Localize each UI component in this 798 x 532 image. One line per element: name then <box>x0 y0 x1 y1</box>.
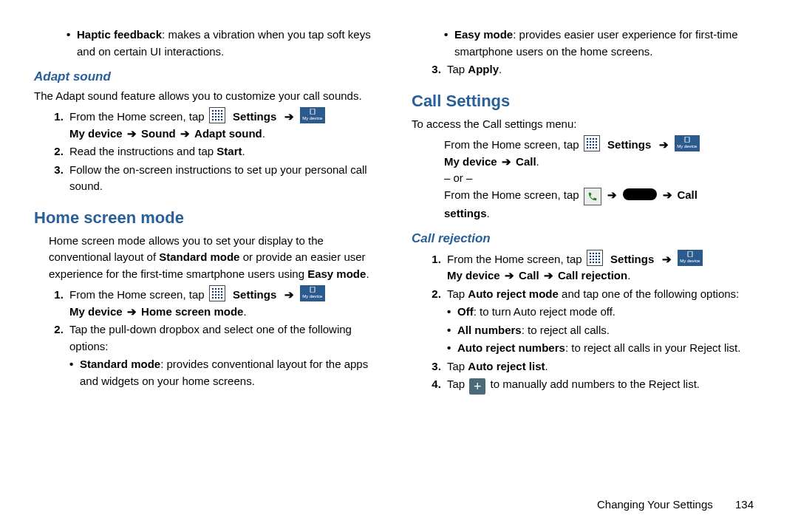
adapt-step-2: Read the instructions and tap Start. <box>66 143 386 160</box>
home-options: Standard mode: provides conventional lay… <box>69 356 386 389</box>
arrow-icon: ➔ <box>661 188 674 201</box>
tap-text: Tap <box>447 63 468 75</box>
home-step1-a: From the Home screen, tap <box>69 288 208 301</box>
rej-off: Off: to turn Auto reject mode off. <box>447 304 764 321</box>
svg-rect-0 <box>310 109 315 115</box>
rej-step-4: Tap + to manually add numbers to the Rej… <box>444 376 764 395</box>
arrow-icon: ➔ <box>283 110 296 123</box>
haptic-item: Haptic feedback: makes a vibration when … <box>66 27 386 60</box>
home-intro: Home screen mode allows you to set your … <box>34 233 386 283</box>
auto-reject-numbers-text: : to reject all calls in your Reject lis… <box>565 341 741 354</box>
rej-step-1: From the Home screen, tap Settings ➔ My … <box>444 250 764 284</box>
rej-step4-a: Tap <box>447 378 468 390</box>
arrow-icon: ➔ <box>179 127 191 140</box>
home-screen-mode-heading: Home screen mode <box>34 205 386 230</box>
arrow-icon: ➔ <box>542 269 555 282</box>
adapt-sound-intro: The Adapt sound feature allows you to cu… <box>34 88 386 105</box>
call-rejection-heading: Call rejection <box>412 229 764 248</box>
adapt-step2-a: Read the instructions and tap <box>69 145 216 157</box>
settings-label: Settings <box>233 110 276 123</box>
sound-label: Sound <box>141 127 176 140</box>
home-screen-mode-path: Home screen mode <box>141 305 243 318</box>
settings-label: Settings <box>610 253 654 265</box>
plus-icon: + <box>469 378 485 395</box>
rej-step-3: Tap Auto reject list. <box>444 358 764 375</box>
apps-icon <box>587 250 603 266</box>
apps-icon <box>209 285 225 301</box>
rejection-steps: From the Home screen, tap Settings ➔ My … <box>412 250 764 395</box>
adapt-sound-path: Adapt sound <box>194 127 262 140</box>
arrow-icon: ➔ <box>658 138 670 151</box>
easy-mode-item: Easy mode: provides easier user experien… <box>444 27 764 60</box>
mydevice-label: My device <box>444 155 497 168</box>
call-label: Call <box>519 269 539 282</box>
manual-page: Haptic feedback: makes a vibration when … <box>0 0 798 505</box>
easy-mode-label: Easy mode <box>307 267 366 280</box>
page-footer: Changing Your Settings 134 <box>597 497 754 514</box>
auto-reject-mode-label: Auto reject mode <box>468 287 559 300</box>
mydevice-icon: My device <box>675 135 700 151</box>
home-step-3: Tap Apply. <box>444 61 764 78</box>
call-intro: To access the Call settings menu: <box>412 116 764 133</box>
mydevice-label: My device <box>69 127 123 140</box>
auto-reject-numbers-label: Auto reject numbers <box>457 341 565 354</box>
call-access-line2: From the Home screen, tap ➔ ➔ Callsettin… <box>444 187 764 222</box>
or-divider: – or – <box>444 170 764 187</box>
easy-mode-list: Easy mode: provides easier user experien… <box>412 27 764 60</box>
menu-key-icon <box>623 188 657 200</box>
haptic-label: Haptic feedback <box>77 28 162 41</box>
phone-icon <box>584 188 601 205</box>
home-step-1: From the Home screen, tap Settings ➔ My … <box>66 285 386 320</box>
standard-mode-label: Standard mode <box>159 250 239 263</box>
auto-reject-list-label: Auto reject list <box>468 360 545 372</box>
arrow-icon: ➔ <box>661 253 673 265</box>
adapt-step1-text: From the Home screen, tap <box>69 110 208 123</box>
arrow-icon: ➔ <box>126 305 138 318</box>
rej-step2-c: and tap one of the following options: <box>559 287 739 300</box>
left-column: Haptic feedback: makes a vibration when … <box>34 25 386 498</box>
call-label: Call <box>516 155 536 168</box>
call-rejection-path: Call rejection <box>558 269 627 282</box>
settings-label: Settings <box>607 138 651 151</box>
mydevice-icon: My device <box>678 250 703 266</box>
mydevice-label: My device <box>447 269 500 282</box>
all-numbers-label: All numbers <box>457 324 522 336</box>
adapt-steps: From the Home screen, tap Settings ➔ My … <box>34 107 386 195</box>
call-access-line1: From the Home screen, tap Settings ➔ My … <box>444 135 764 170</box>
call-settings-heading: Call Settings <box>412 89 764 113</box>
settings-label: Settings <box>233 288 276 301</box>
rej-arn: Auto reject numbers: to reject all calls… <box>447 340 764 357</box>
apps-icon <box>209 107 225 123</box>
home-steps-cont: Tap Apply. <box>412 61 764 78</box>
start-label: Start <box>216 145 242 157</box>
rej-step3-a: Tap <box>447 360 468 372</box>
off-label: Off <box>457 305 474 318</box>
right-column: Easy mode: provides easier user experien… <box>412 25 764 498</box>
call-line2-a: From the Home screen, tap <box>444 188 582 201</box>
call-access-block: From the Home screen, tap Settings ➔ My … <box>412 135 764 222</box>
standard-mode-item: Standard mode: provides conventional lay… <box>69 356 386 389</box>
adapt-step-3: Follow the on-screen instructions to set… <box>66 162 386 195</box>
mydevice-icon: My device <box>300 285 325 301</box>
svg-rect-1 <box>310 287 315 293</box>
footer-page: 134 <box>735 498 754 511</box>
haptic-list: Haptic feedback: makes a vibration when … <box>34 27 386 60</box>
svg-rect-2 <box>685 137 689 143</box>
arrow-icon: ➔ <box>503 269 516 282</box>
rej-step2-a: Tap <box>447 287 468 300</box>
off-text: : to turn Auto reject mode off. <box>474 305 615 318</box>
home-step-2: Tap the pull-down dropbox and select one… <box>66 321 386 389</box>
footer-section: Changing Your Settings <box>597 498 713 511</box>
rej-all: All numbers: to reject all calls. <box>447 322 764 339</box>
rej-step4-b: to manually add numbers to the Reject li… <box>491 378 700 390</box>
rej-options: Off: to turn Auto reject mode off. All n… <box>447 304 764 357</box>
rej-step1-a: From the Home screen, tap <box>447 253 585 265</box>
arrow-icon: ➔ <box>606 188 618 201</box>
apps-icon <box>584 135 600 151</box>
all-numbers-text: : to reject all calls. <box>522 324 610 336</box>
rej-step-2: Tap Auto reject mode and tap one of the … <box>444 286 764 357</box>
arrow-icon: ➔ <box>126 127 138 140</box>
easy-mode-label: Easy mode <box>454 28 513 41</box>
arrow-icon: ➔ <box>283 288 296 301</box>
home-steps: From the Home screen, tap Settings ➔ My … <box>34 285 386 389</box>
